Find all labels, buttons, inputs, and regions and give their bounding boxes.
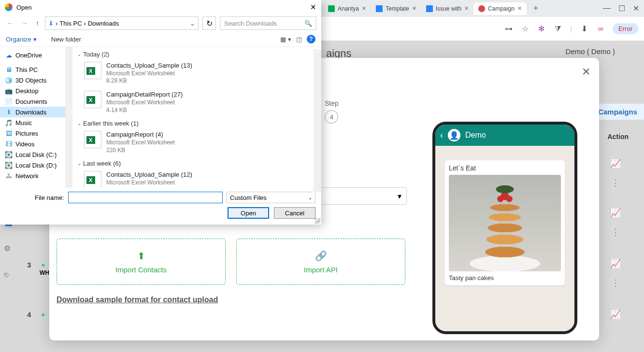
close-icon[interactable]: ✕ <box>412 5 416 12</box>
up-button[interactable]: ↑ <box>34 18 41 28</box>
folder-tree: ☁OneDrive🖥This PC🧊3D Objects📺Desktop📄Doc… <box>0 47 72 188</box>
filename-input[interactable] <box>68 192 223 203</box>
tab-issue[interactable]: Issue with✕ <box>421 2 473 15</box>
tree-item-local-disk-c-[interactable]: 💽Local Disk (C:) <box>0 149 72 160</box>
chevron-down-icon[interactable]: ⌄ <box>190 20 195 27</box>
window-controls: — ☐ ✕ <box>603 4 642 13</box>
tab-anantya[interactable]: Anantya✕ <box>323 2 371 15</box>
doc-icon: 📄 <box>5 98 13 105</box>
contact-name: Demo <box>465 131 486 140</box>
row-number: 4 <box>27 310 31 319</box>
chevron-down-icon: ▾ <box>398 192 401 201</box>
logout-icon[interactable]: ⎋ <box>4 270 14 279</box>
sheet-icon <box>328 5 335 12</box>
close-icon[interactable]: ✕ <box>582 66 590 78</box>
more-icon[interactable]: ⋮ <box>611 278 620 288</box>
settings-icon[interactable]: ⚙ <box>4 244 14 253</box>
dialog-title: Open <box>16 4 32 11</box>
file-type-filter[interactable]: Custom Files⌄ <box>227 192 315 203</box>
desktop-icon: 📺 <box>5 87 13 95</box>
tree-item-videos[interactable]: 🎞Videos <box>0 139 72 149</box>
excel-icon <box>84 62 101 79</box>
tree-item-documents[interactable]: 📄Documents <box>0 96 72 107</box>
close-icon[interactable]: ✕ <box>633 4 639 13</box>
browser-toolbar: ⊶ ☆ ✻ ⧩ | ⬇ ∞ Error <box>321 17 644 41</box>
group-header[interactable]: ⌄ Earlier this week (1) <box>76 118 317 129</box>
file-item[interactable]: Contacts_Upload_Sample (13)Microsoft Exc… <box>76 60 317 89</box>
chart-icon[interactable]: 📈 <box>610 158 621 169</box>
new-folder-button[interactable]: New folder <box>51 36 81 43</box>
extension-icon[interactable]: ✻ <box>537 25 546 33</box>
scrollbar[interactable] <box>314 49 321 192</box>
excel-icon <box>84 131 101 148</box>
chart-icon[interactable]: 📈 <box>610 208 621 218</box>
chrome-icon <box>5 3 13 11</box>
group-header[interactable]: ⌄ Last week (6) <box>76 158 317 169</box>
star-icon[interactable]: ☆ <box>521 25 530 33</box>
file-item[interactable]: CampaignDetailReport (27)Microsoft Excel… <box>76 89 317 118</box>
more-icon[interactable]: ⋮ <box>611 178 620 188</box>
close-icon[interactable]: ✕ <box>310 3 316 12</box>
tab-template[interactable]: Template✕ <box>371 2 421 15</box>
more-icon[interactable]: ⋮ <box>611 227 620 238</box>
view-icon[interactable]: ▦ ▾ <box>280 36 291 43</box>
key-icon[interactable]: ⊶ <box>504 25 513 33</box>
link-icon: 🔗 <box>315 250 327 262</box>
disk-icon: 💽 <box>5 161 13 169</box>
organize-menu[interactable]: Organize ▾ <box>6 36 37 43</box>
back-icon[interactable]: ‹ <box>440 130 443 141</box>
search-input[interactable]: Search Downloads 🔍 <box>220 16 316 30</box>
excel-icon <box>84 91 101 108</box>
close-icon[interactable]: ✕ <box>464 5 469 12</box>
minimize-icon[interactable]: — <box>603 4 611 13</box>
close-icon[interactable]: ✕ <box>517 5 522 12</box>
tree-item-local-disk-d-[interactable]: 💽Local Disk (D:) <box>0 160 72 170</box>
tree-item-music[interactable]: 🎵Music <box>0 117 72 128</box>
maximize-icon[interactable]: ☐ <box>618 4 625 13</box>
chart-icon[interactable]: 📈 <box>610 258 621 269</box>
scrollbar[interactable] <box>65 47 72 188</box>
resize-grip[interactable] <box>315 218 320 224</box>
upload-icon: ⬆ <box>137 250 145 262</box>
tree-item-downloads[interactable]: ⬇Downloads <box>0 107 72 117</box>
tree-item-onedrive[interactable]: ☁OneDrive <box>0 50 72 60</box>
download-sample-link[interactable]: Download sample format for contact uploa… <box>57 296 218 304</box>
help-icon[interactable]: ? <box>307 35 315 43</box>
infinity-icon[interactable]: ∞ <box>596 25 605 33</box>
whatsapp-icon: ● <box>41 261 45 268</box>
import-api-box[interactable]: 🔗 Import API <box>236 239 405 285</box>
back-button[interactable]: ← <box>5 18 15 28</box>
breadcrumb[interactable]: ⬇ › This PC › Downloads ⌄ <box>45 16 199 30</box>
preview-icon[interactable]: ◫ <box>296 36 302 43</box>
phone-preview: ‹ 👤 Demo Let`s Eat Tasty pan cakes <box>432 122 577 334</box>
tab-campaign[interactable]: Campaign✕ <box>473 2 527 15</box>
message-card: Let`s Eat Tasty pan cakes <box>445 160 565 285</box>
error-badge[interactable]: Error <box>613 23 638 34</box>
tree-item-3d-objects[interactable]: 🧊3D Objects <box>0 75 72 85</box>
vid-icon: 🎞 <box>5 140 13 148</box>
group-header[interactable]: ⌄ Today (2) <box>76 49 317 60</box>
file-item[interactable]: Contacts_Upload_Sample (12)Microsoft Exc… <box>76 169 317 188</box>
file-item[interactable]: CampaignReport (4)Microsoft Excel Worksh… <box>76 129 317 158</box>
new-tab-button[interactable]: + <box>530 2 542 14</box>
refresh-button[interactable]: ↻ <box>202 16 216 30</box>
net-icon: 🖧 <box>5 172 13 180</box>
download-icon[interactable]: ⬇ <box>580 25 588 33</box>
close-icon[interactable]: ✕ <box>362 5 366 12</box>
tree-item-network[interactable]: 🖧Network <box>0 170 72 181</box>
puzzle-icon[interactable]: ⧩ <box>554 25 562 33</box>
open-button[interactable]: Open <box>228 207 269 219</box>
cancel-button[interactable]: Cancel <box>274 207 315 219</box>
jira-icon <box>376 5 383 12</box>
search-icon: 🔍 <box>304 20 312 27</box>
chart-icon[interactable]: 📈 <box>610 309 621 320</box>
whatsapp-icon: ● <box>41 310 45 318</box>
chevron-down-icon: ⌄ <box>77 161 81 166</box>
file-open-dialog: Open ✕ ← → ↑ ⬇ › This PC › Downloads ⌄ ↻… <box>0 0 321 225</box>
chevron-down-icon: ⌄ <box>77 52 81 57</box>
tree-item-pictures[interactable]: 🖼Pictures <box>0 128 72 139</box>
tree-item-desktop[interactable]: 📺Desktop <box>0 85 72 96</box>
music-icon: 🎵 <box>5 119 13 127</box>
import-contacts-box[interactable]: ⬆ Import Contacts <box>57 239 226 285</box>
tree-item-this-pc[interactable]: 🖥This PC <box>0 64 72 75</box>
